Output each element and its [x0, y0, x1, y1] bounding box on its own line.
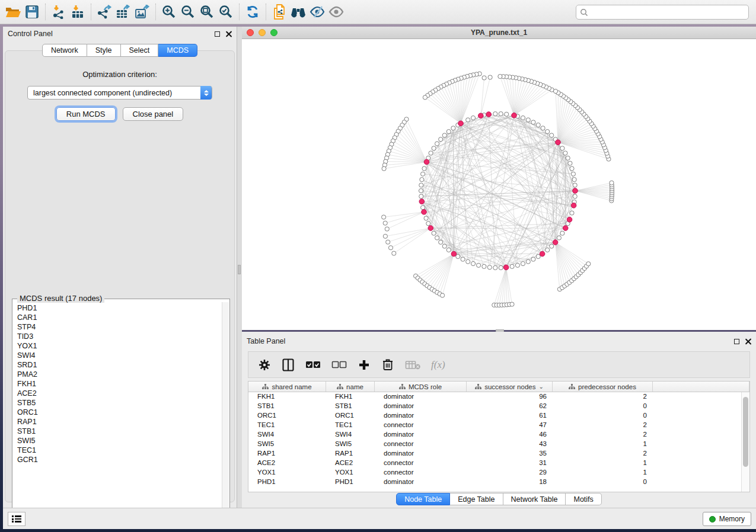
- maximize-window-icon[interactable]: [270, 29, 277, 36]
- minimize-window-icon[interactable]: [259, 29, 266, 36]
- splitter-grip[interactable]: [238, 265, 241, 274]
- table-row[interactable]: ORC1ORC1dominator610: [248, 411, 749, 421]
- float-table-panel-icon[interactable]: [734, 339, 739, 344]
- add-column-button[interactable]: [358, 357, 371, 373]
- table-row[interactable]: YOX1YOX1connector291: [248, 468, 749, 477]
- float-panel-icon[interactable]: [215, 31, 220, 37]
- hide-selected-button[interactable]: [308, 2, 327, 21]
- mcds-result-item[interactable]: YOX1: [17, 341, 221, 351]
- mcds-result-item[interactable]: PMA2: [17, 370, 221, 379]
- mcds-result-item[interactable]: SRD1: [17, 360, 221, 370]
- mcds-result-item[interactable]: GCR1: [17, 455, 221, 464]
- zoom-fit-button[interactable]: [197, 2, 216, 21]
- mcds-result-item[interactable]: RAP1: [17, 417, 221, 427]
- toolbar-separator: [155, 4, 156, 20]
- table-cell: 2: [553, 430, 653, 440]
- mcds-result-item[interactable]: SWI4: [17, 351, 221, 360]
- column-header-successor-nodes[interactable]: successor nodes⌄: [467, 382, 553, 392]
- run-mcds-button[interactable]: Run MCDS: [56, 107, 116, 121]
- column-header-shared-name[interactable]: shared name: [248, 382, 326, 392]
- table-row[interactable]: SWI5SWI5connector431: [248, 440, 749, 449]
- tab-style[interactable]: Style: [87, 44, 121, 57]
- column-header-predecessor-nodes[interactable]: predecessor nodes: [553, 382, 653, 392]
- tab-node-table[interactable]: Node Table: [396, 493, 450, 505]
- deselect-all-button[interactable]: [331, 357, 347, 373]
- save-session-button[interactable]: [23, 2, 42, 21]
- table-scrollbar-thumb[interactable]: [743, 397, 748, 467]
- export-image-button[interactable]: [133, 2, 152, 21]
- tab-edge-table[interactable]: Edge Table: [450, 493, 503, 505]
- export-network-icon: [97, 5, 112, 19]
- mcds-result-item[interactable]: STP4: [17, 322, 221, 332]
- export-table-button[interactable]: [114, 2, 133, 21]
- show-hidden-button[interactable]: [327, 2, 346, 21]
- copy-views-button[interactable]: [270, 2, 289, 21]
- delete-column-button[interactable]: [381, 357, 394, 373]
- search-box[interactable]: [576, 5, 749, 20]
- network-graph[interactable]: [242, 39, 756, 329]
- node-table-header: shared namenameMCDS rolesuccessor nodes⌄…: [248, 382, 749, 392]
- mcds-result-list[interactable]: PHD1CAR1STP4TID3YOX1SWI4SRD1PMA2FKH1ACE2…: [13, 302, 221, 518]
- mcds-panel-body: Optimization criterion: largest connecte…: [5, 50, 235, 502]
- select-all-button[interactable]: [305, 357, 321, 373]
- table-cell: 1: [553, 468, 653, 477]
- table-row[interactable]: ACE2ACE2connector311: [248, 459, 749, 468]
- table-scrollbar[interactable]: [741, 392, 749, 492]
- table-row[interactable]: TEC1TEC1connector472: [248, 421, 749, 430]
- tab-network-table[interactable]: Network Table: [503, 493, 566, 505]
- table-cell: STB1: [248, 402, 326, 411]
- status-bar: Memory: [3, 508, 756, 529]
- mcds-result-item[interactable]: PHD1: [17, 303, 221, 313]
- table-cell: 18: [467, 477, 553, 487]
- mcds-result-item[interactable]: FKH1: [17, 379, 221, 389]
- table-cell: dominator: [375, 402, 467, 411]
- import-table-button[interactable]: [68, 2, 87, 21]
- memory-button[interactable]: Memory: [703, 512, 751, 526]
- criterion-dropdown[interactable]: largest connected component (undirected): [27, 86, 212, 100]
- vertical-splitter[interactable]: [237, 27, 242, 529]
- zoom-selected-button[interactable]: [216, 2, 235, 21]
- column-header-MCDS-role[interactable]: MCDS role: [375, 382, 467, 392]
- close-panel-button[interactable]: Close panel: [123, 107, 184, 121]
- zoom-in-icon: [162, 5, 176, 19]
- network-view-canvas[interactable]: [242, 39, 756, 329]
- export-network-button[interactable]: [95, 2, 114, 21]
- mcds-result-item[interactable]: STB1: [17, 427, 221, 436]
- mcds-list-scrollbar[interactable]: [222, 302, 229, 518]
- mcds-result-item[interactable]: ORC1: [17, 408, 221, 417]
- mcds-result-item[interactable]: STB5: [17, 398, 221, 408]
- task-history-button[interactable]: [8, 512, 25, 526]
- table-row[interactable]: RAP1RAP1dominator352: [248, 449, 749, 459]
- open-session-button[interactable]: [4, 2, 23, 21]
- table-row[interactable]: SWI4SWI4dominator462: [248, 430, 749, 440]
- refresh-layout-button[interactable]: [243, 2, 262, 21]
- column-header-name[interactable]: name: [326, 382, 375, 392]
- open-session-icon: [5, 5, 21, 18]
- zoom-fit-icon: [200, 5, 214, 19]
- network-window-titlebar[interactable]: YPA_prune.txt_1: [242, 27, 756, 39]
- toggle-columns-button[interactable]: [282, 357, 295, 373]
- tab-motifs[interactable]: Motifs: [566, 493, 601, 505]
- close-table-panel-icon[interactable]: [745, 338, 751, 345]
- table-row[interactable]: FKH1FKH1dominator962: [248, 392, 749, 402]
- mcds-result-item[interactable]: ACE2: [17, 389, 221, 398]
- search-input[interactable]: [591, 8, 745, 17]
- zoom-out-button[interactable]: [178, 2, 197, 21]
- mcds-result-item[interactable]: CAR1: [17, 313, 221, 322]
- tab-network[interactable]: Network: [42, 44, 87, 57]
- close-panel-icon[interactable]: [225, 31, 232, 37]
- mcds-result-item[interactable]: SWI5: [17, 436, 221, 446]
- table-cell: STB1: [326, 402, 375, 411]
- tab-select[interactable]: Select: [121, 44, 159, 57]
- tab-mcds[interactable]: MCDS: [158, 44, 197, 57]
- mcds-result-item[interactable]: TEC1: [17, 446, 221, 455]
- table-cell: 31: [467, 459, 553, 468]
- search-network-button[interactable]: [289, 2, 308, 21]
- table-row[interactable]: PHD1PHD1dominator180: [248, 477, 749, 487]
- close-window-icon[interactable]: [247, 29, 254, 36]
- mcds-result-item[interactable]: TID3: [17, 332, 221, 341]
- table-row[interactable]: STB1STB1dominator620: [248, 402, 749, 411]
- import-network-button[interactable]: [49, 2, 68, 21]
- zoom-in-button[interactable]: [160, 2, 178, 21]
- settings-gear-button[interactable]: [258, 357, 271, 373]
